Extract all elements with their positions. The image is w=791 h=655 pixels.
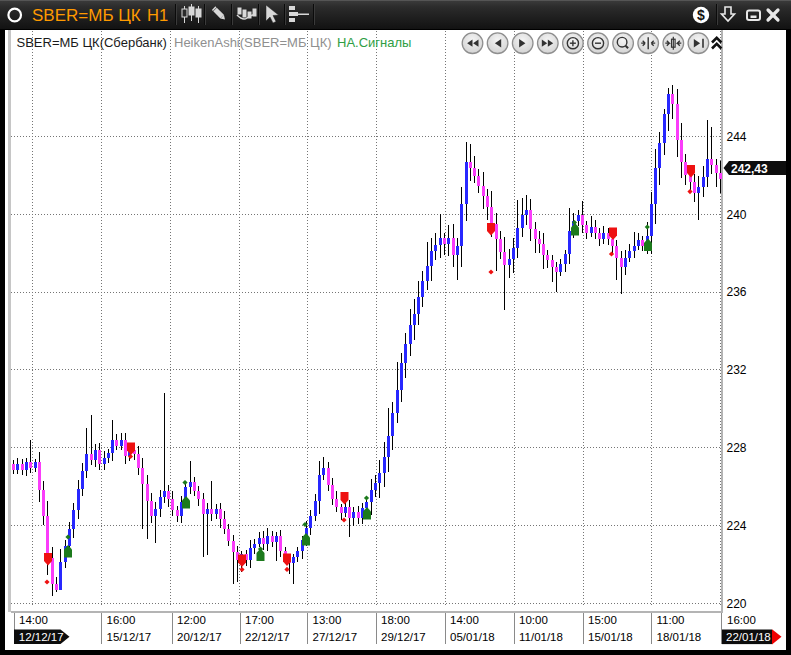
svg-text:12:00: 12:00 — [177, 614, 206, 626]
svg-text:14:00: 14:00 — [450, 614, 479, 626]
svg-text:20/12/17: 20/12/17 — [177, 631, 222, 643]
svg-text:15:00: 15:00 — [588, 614, 617, 626]
svg-text:HeikenAshi(SBER=МБ ЦК): HeikenAshi(SBER=МБ ЦК) — [174, 35, 332, 50]
svg-text:16:00: 16:00 — [727, 614, 756, 626]
svg-text:SBER=МБ ЦК: SBER=МБ ЦК — [32, 6, 141, 25]
svg-text:05/01/18: 05/01/18 — [450, 631, 495, 643]
svg-text:10:00: 10:00 — [519, 614, 548, 626]
svg-text:15/12/17: 15/12/17 — [107, 631, 152, 643]
svg-text:236: 236 — [727, 285, 747, 299]
svg-text:220: 220 — [727, 597, 747, 611]
svg-text:$: $ — [697, 7, 705, 23]
svg-text:232: 232 — [727, 363, 747, 377]
svg-text:13:00: 13:00 — [313, 614, 342, 626]
svg-text:H1: H1 — [147, 6, 168, 24]
svg-text:15/01/18: 15/01/18 — [588, 631, 633, 643]
svg-text:11/01/18: 11/01/18 — [519, 631, 563, 643]
svg-text:244: 244 — [727, 130, 747, 144]
svg-text:22/01/18: 22/01/18 — [726, 631, 771, 643]
svg-text:11:00: 11:00 — [657, 614, 685, 626]
svg-text:17:00: 17:00 — [245, 614, 274, 626]
svg-text:228: 228 — [727, 441, 747, 455]
svg-text:16:00: 16:00 — [107, 614, 136, 626]
svg-text:29/12/17: 29/12/17 — [381, 631, 426, 643]
svg-text:НА.Сигналы: НА.Сигналы — [337, 35, 411, 50]
svg-text:224: 224 — [727, 519, 747, 533]
svg-text:27/12/17: 27/12/17 — [313, 631, 358, 643]
svg-text:18:00: 18:00 — [381, 614, 410, 626]
svg-text:22/12/17: 22/12/17 — [245, 631, 290, 643]
svg-text:240: 240 — [727, 208, 747, 222]
svg-text:14:00: 14:00 — [19, 614, 48, 626]
svg-text:12/12/17: 12/12/17 — [19, 631, 64, 643]
svg-text:18/01/18: 18/01/18 — [657, 631, 702, 643]
svg-text:242,43: 242,43 — [731, 162, 768, 176]
svg-text:SBER=МБ ЦК(Сбербанк): SBER=МБ ЦК(Сбербанк) — [17, 35, 167, 50]
